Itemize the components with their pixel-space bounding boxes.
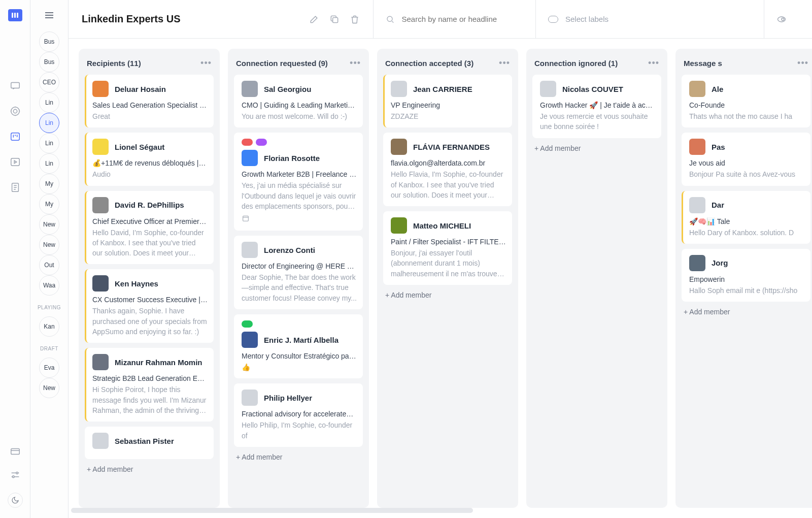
column-menu-icon[interactable]: ••• [499, 58, 510, 69]
sidebar-chip[interactable]: Lin [39, 92, 59, 113]
card-message: Great [92, 111, 208, 121]
card-message: Hallo Soph email mit e (https://sho [689, 285, 804, 296]
kanban-card[interactable]: Sal GeorgiouCMO | Guiding & Leading Mark… [234, 75, 363, 127]
document-icon[interactable] [10, 182, 21, 193]
card-name: FLÁVIA FERNANDES [413, 143, 490, 151]
kanban-card[interactable]: Deluar HosainSales Lead Generation Speci… [85, 75, 214, 127]
sidebar-chip[interactable]: Waa [39, 275, 59, 296]
sidebar-chip[interactable]: My [39, 194, 59, 214]
kanban-column: Connection requested (9)•••Sal GeorgiouC… [228, 49, 369, 508]
visibility-icon[interactable] [776, 14, 787, 24]
card-name: Philip Hellyer [264, 394, 312, 402]
card-headline: Growth Marketer B2B | Freelance | H... [242, 170, 357, 178]
svg-point-1 [11, 107, 19, 116]
kanban-column: Connection accepted (3)•••Jean CARRIEREV… [377, 49, 518, 508]
menu-icon[interactable] [43, 9, 55, 21]
add-member-button[interactable]: + Add member [85, 459, 214, 474]
kanban-card[interactable]: Nicolas COUVETGrowth Hacker 🚀 | Je t'aid… [532, 75, 661, 138]
kanban-card[interactable]: Enric J. Martí AlbellaMentor y Consultor… [234, 314, 363, 378]
sidebar-chip[interactable]: New [39, 235, 59, 255]
card-headline: Co-Founde [689, 101, 804, 109]
column-menu-icon[interactable]: ••• [648, 58, 659, 69]
sidebar-chip[interactable]: CEO [39, 72, 59, 92]
messages-icon[interactable] [10, 80, 21, 91]
avatar [242, 332, 258, 348]
kanban-column: Message s•••AleCo-FoundeThats wha not th… [675, 49, 812, 508]
card-name: Jean CARRIERE [413, 85, 472, 93]
avatar [391, 217, 407, 234]
svg-point-8 [12, 476, 14, 478]
card-headline: Director of Engineering @ HERE Tech... [242, 262, 357, 270]
kanban-card[interactable]: Lorenzo ContiDirector of Engineering @ H… [234, 236, 363, 309]
svg-point-7 [16, 472, 18, 474]
section-playing-label: PLAYING [38, 305, 61, 310]
theme-toggle[interactable] [8, 493, 23, 508]
sidebar-chip[interactable]: New [39, 378, 59, 398]
media-icon[interactable] [10, 156, 21, 168]
card-headline: CX Customer Success Executive | Boa... [92, 296, 208, 304]
kanban-card[interactable]: PasJe vous aidBonjour Pa suite à nos Ave… [682, 133, 810, 185]
label-select[interactable]: Select labels [535, 0, 754, 38]
kanban-card[interactable]: Philip HellyerFractional advisory for ac… [234, 383, 363, 447]
column-title: Connection requested (9) [236, 59, 328, 68]
card-headline: Je vous aid [689, 159, 804, 167]
copy-icon[interactable] [329, 14, 340, 24]
sidebar-chip[interactable]: Kan [39, 316, 59, 337]
column-menu-icon[interactable]: ••• [797, 58, 808, 69]
add-member-button[interactable]: + Add member [383, 285, 512, 300]
card-message: 👍 [242, 362, 357, 372]
card-name: Nicolas COUVET [562, 85, 623, 93]
kanban-card[interactable]: Sebastian Pister [85, 427, 214, 459]
card-message: Bonjour Pa suite à nos Avez-vous [689, 169, 804, 179]
sidebar-chip[interactable]: New [39, 214, 59, 235]
svg-rect-3 [11, 133, 19, 141]
kanban-card[interactable]: Dar🚀🧠📊 TaleHello Dary of Kanbox. solutio… [682, 191, 810, 244]
sidebar-chip[interactable]: Lin [39, 153, 59, 174]
billing-icon[interactable] [10, 446, 21, 457]
kanban-card[interactable]: JorgEmpowerinHallo Soph email mit e (htt… [682, 249, 810, 302]
card-message: Je vous remercie et vous souhaite une bo… [540, 111, 655, 132]
kanban-card[interactable]: AleCo-FoundeThats wha not the mo cause I… [682, 75, 810, 127]
trash-icon[interactable] [350, 14, 360, 24]
kanban-card[interactable]: Florian RosotteGrowth Marketer B2B | Fre… [234, 133, 363, 231]
sidebar-chip[interactable]: Eva [39, 358, 59, 378]
kanban-card[interactable]: Ken HaynesCX Customer Success Executive … [85, 269, 214, 343]
sidebar-chip[interactable]: Lin [39, 113, 59, 133]
add-member-button[interactable]: + Add member [682, 302, 810, 317]
sidebar-chip[interactable]: Bus [39, 52, 59, 72]
add-member-button[interactable]: + Add member [234, 447, 363, 462]
search-icon [386, 14, 394, 24]
kanban-card[interactable]: Mizanur Rahman MominStrategic B2B Lead G… [85, 348, 214, 422]
target-icon[interactable] [10, 106, 21, 117]
card-message: Hello Flavia, I'm Sophie, co-founder of … [391, 169, 506, 200]
section-draft-label: DRAFT [40, 346, 58, 351]
horizontal-scrollbar[interactable] [71, 508, 802, 515]
avatar [242, 81, 258, 97]
avatar [391, 81, 407, 97]
kanban-card[interactable]: Lionel Ségaut💰+11M€ de revenus débloqués… [85, 133, 214, 185]
search-input[interactable] [401, 15, 513, 23]
edit-icon[interactable] [309, 14, 319, 24]
svg-point-10 [387, 16, 392, 21]
settings-icon[interactable] [10, 469, 21, 480]
card-headline: Mentor y Consultor Estratégico para ... [242, 352, 357, 360]
card-name: Enric J. Martí Albella [264, 336, 339, 344]
sidebar-chip[interactable]: My [39, 174, 59, 194]
avatar [689, 81, 705, 97]
svg-point-2 [13, 109, 17, 113]
column-menu-icon[interactable]: ••• [350, 58, 361, 69]
add-member-button[interactable]: + Add member [532, 138, 661, 153]
kanban-card[interactable]: FLÁVIA FERNANDESflavia.olgon@alterdata.c… [383, 133, 512, 206]
header: Linkedin Experts US Select labels [69, 0, 812, 39]
sidebar-chip[interactable]: Out [39, 255, 59, 275]
status-badge [242, 320, 253, 328]
sidebar-chip[interactable]: Bus [39, 31, 59, 52]
kanban-card[interactable]: David R. DePhillipsChief Executive Offic… [85, 191, 214, 265]
column-menu-icon[interactable]: ••• [200, 58, 212, 69]
sidebar-chip[interactable]: Lin [39, 133, 59, 153]
board-icon[interactable] [10, 131, 21, 142]
card-name: Matteo MICHELI [413, 221, 471, 230]
svg-point-12 [782, 18, 784, 20]
kanban-card[interactable]: Matteo MICHELIPaint / Filter Specialist … [383, 211, 512, 285]
kanban-card[interactable]: Jean CARRIEREVP EngineeringZDZAZE [383, 75, 512, 127]
